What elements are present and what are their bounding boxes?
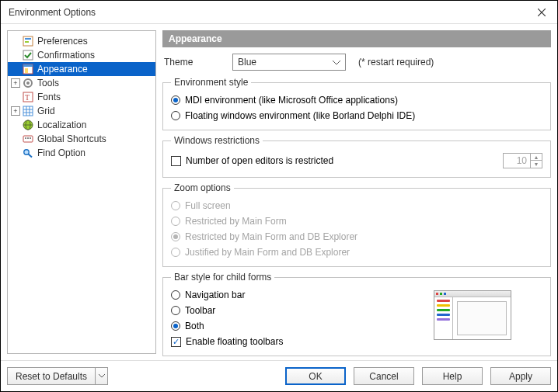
restrict-editors-checkbox[interactable] <box>171 156 181 166</box>
svg-rect-7 <box>23 64 33 67</box>
help-button[interactable]: Help <box>422 367 483 385</box>
find-icon <box>22 147 34 159</box>
svg-point-25 <box>24 150 29 154</box>
radio-barstyle-toolbar[interactable]: Toolbar <box>171 303 434 318</box>
tree-label: Global Shortcuts <box>37 134 106 144</box>
tree-label: Appearance <box>37 64 88 75</box>
localization-icon <box>22 119 34 131</box>
radio-label: MDI environment (like Microsoft Office a… <box>185 95 398 106</box>
tree-item-grid[interactable]: + Grid <box>8 104 155 118</box>
radio-label: Both <box>185 321 204 331</box>
tree-label: Find Option <box>37 147 85 158</box>
radio-label: Justified by Main Form and DB Explorer <box>185 247 350 258</box>
ok-button[interactable]: OK <box>285 367 346 385</box>
radio-mdi-environment[interactable]: MDI environment (like Microsoft Office a… <box>171 92 542 108</box>
tree-item-tools[interactable]: + Tools <box>8 76 155 90</box>
checkbox-label: Enable floating toolbars <box>186 336 283 347</box>
preferences-icon <box>22 35 34 47</box>
group-legend: Environment style <box>171 77 251 88</box>
tree-label: Preferences <box>37 36 88 47</box>
svg-rect-23 <box>27 137 29 139</box>
tree-item-fonts[interactable]: T Fonts <box>8 90 155 104</box>
group-legend: Windows restrictions <box>171 135 263 146</box>
tree-item-global-shortcuts[interactable]: Global Shortcuts <box>8 132 155 146</box>
close-icon <box>538 9 546 16</box>
group-legend: Bar style for child forms <box>171 272 274 283</box>
radio-label: Full screen <box>185 200 231 211</box>
close-button[interactable] <box>526 1 557 24</box>
radio-label: Restricted by Main Form <box>185 216 287 227</box>
chevron-down-icon[interactable] <box>95 368 107 384</box>
radio-barstyle-both[interactable]: Both <box>171 318 434 334</box>
tree-label: Grid <box>37 106 55 116</box>
radio-zoom-justified: Justified by Main Form and DB Explorer <box>171 245 542 260</box>
tree-item-confirmations[interactable]: Confirmations <box>8 48 155 62</box>
cancel-button[interactable]: Cancel <box>354 367 414 385</box>
tree-item-localization[interactable]: Localization <box>8 118 155 132</box>
radio-icon <box>171 232 180 241</box>
radio-icon <box>171 217 180 226</box>
tools-icon <box>22 77 34 89</box>
svg-line-26 <box>29 154 33 158</box>
button-label: Reset to Defaults <box>8 368 95 384</box>
tree-item-preferences[interactable]: Preferences <box>8 34 155 48</box>
nav-tree[interactable]: Preferences Confirmations Appearance + T… <box>7 30 156 354</box>
radio-icon <box>171 95 180 105</box>
radio-floating-environment[interactable]: Floating windows environment (like Borla… <box>171 108 542 123</box>
theme-hint: (* restart required) <box>358 57 434 68</box>
tree-label: Confirmations <box>37 50 95 61</box>
reset-to-defaults-button[interactable]: Reset to Defaults <box>7 367 108 385</box>
spin-down-button[interactable]: ▼ <box>531 161 542 168</box>
titlebar: Environment Options <box>1 1 557 24</box>
window-title: Environment Options <box>9 7 526 18</box>
theme-row: Theme Blue (* restart required) <box>162 54 551 71</box>
spin-up-button[interactable]: ▲ <box>531 154 542 161</box>
fonts-icon: T <box>22 91 34 103</box>
radio-barstyle-nav[interactable]: Navigation bar <box>171 287 434 303</box>
windows-restrictions-group: Windows restrictions Number of open edit… <box>162 135 551 178</box>
theme-combobox[interactable]: Blue <box>232 54 346 71</box>
expand-icon[interactable]: + <box>11 78 20 88</box>
radio-icon <box>171 306 180 315</box>
svg-rect-3 <box>25 38 31 40</box>
svg-rect-24 <box>30 137 31 139</box>
svg-rect-13 <box>23 106 33 116</box>
grid-icon <box>22 105 34 117</box>
apply-button[interactable]: Apply <box>490 367 551 385</box>
svg-rect-5 <box>23 50 33 60</box>
barstyle-preview-image <box>434 290 511 340</box>
editors-count-spinbox[interactable]: ▲ ▼ <box>503 153 542 168</box>
confirmations-icon <box>22 49 34 61</box>
group-legend: Zoom options <box>171 182 234 193</box>
radio-icon <box>171 248 180 257</box>
svg-text:T: T <box>25 93 30 102</box>
chevron-down-icon <box>333 57 340 68</box>
radio-zoom-fullscreen: Full screen <box>171 198 542 213</box>
expand-icon[interactable]: + <box>11 106 20 116</box>
radio-label: Restricted by Main Form and DB Explorer <box>185 231 357 242</box>
radio-icon <box>171 321 180 331</box>
dialog-body: Preferences Confirmations Appearance + T… <box>1 24 557 360</box>
svg-rect-8 <box>25 68 28 73</box>
svg-rect-22 <box>25 137 26 139</box>
tree-item-appearance[interactable]: Appearance <box>8 62 155 76</box>
tree-item-find-option[interactable]: Find Option <box>8 146 155 160</box>
theme-label: Theme <box>162 57 232 68</box>
radio-icon <box>171 201 180 210</box>
dialog-footer: Reset to Defaults OK Cancel Help Apply <box>1 360 557 391</box>
radio-zoom-mainform: Restricted by Main Form <box>171 213 542 229</box>
svg-point-10 <box>26 82 30 85</box>
checkbox-label: Number of open editors is restricted <box>186 155 333 166</box>
checkbox-floating-toolbars[interactable]: Enable floating toolbars <box>171 334 434 349</box>
radio-label: Floating windows environment (like Borla… <box>185 110 415 121</box>
theme-value: Blue <box>238 57 256 68</box>
page-title: Appearance <box>162 30 551 47</box>
tree-label: Tools <box>37 78 59 88</box>
radio-icon <box>171 111 180 120</box>
radio-label: Navigation bar <box>185 290 245 300</box>
editors-count-input[interactable] <box>504 154 530 168</box>
appearance-icon <box>22 63 34 75</box>
tree-label: Localization <box>37 120 86 130</box>
shortcuts-icon <box>22 133 34 145</box>
content-panel: Appearance Theme Blue (* restart require… <box>162 30 551 354</box>
